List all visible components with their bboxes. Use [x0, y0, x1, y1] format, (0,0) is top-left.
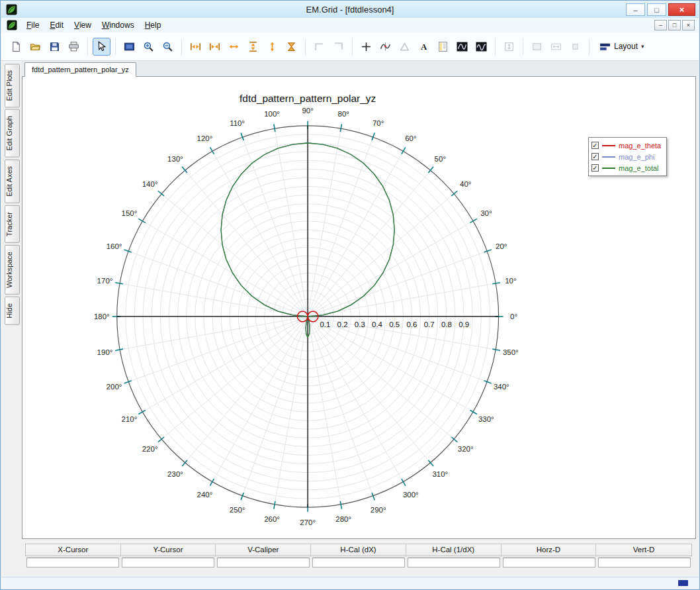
- expand-width-icon: [228, 41, 240, 52]
- zoom-in-button[interactable]: [140, 38, 157, 56]
- svg-text:190°: 190°: [97, 348, 113, 356]
- menu-bar: FileEditViewWindowsHelp – □ ×: [1, 18, 699, 32]
- mdi-close-icon: ×: [687, 22, 690, 28]
- layout-label: Layout: [614, 42, 638, 51]
- toolbar-separator: [305, 38, 306, 55]
- text-label-icon: A: [418, 41, 429, 52]
- legend-checkbox-mag-e-total[interactable]: ✓: [591, 164, 599, 172]
- h-caliper-icon: [550, 41, 562, 52]
- svg-text:0.1: 0.1: [320, 320, 330, 328]
- tab-fdtd-pattern-pattern-polar-yz[interactable]: fdtd_pattern_pattern_polar_yz: [24, 62, 136, 77]
- fit-all-button[interactable]: [283, 38, 300, 56]
- window-controls: – □ ×: [626, 3, 695, 16]
- readout-cell-h-cal-dx-: [312, 558, 405, 567]
- readout-header-horz-d: Horz-D: [502, 544, 597, 556]
- corner-left-button: [310, 38, 328, 56]
- sidebar-tab-workspace[interactable]: Workspace: [5, 245, 20, 295]
- sidebar-tab-edit-axes[interactable]: Edit Axes: [5, 160, 20, 203]
- fit-vertical-icon: [503, 41, 515, 52]
- sidebar-tab-edit-plots[interactable]: Edit Plots: [5, 64, 20, 107]
- expand-height-button[interactable]: [263, 38, 281, 56]
- sidebar-tab-edit-graph[interactable]: Edit Graph: [5, 109, 20, 158]
- svg-text:320°: 320°: [458, 445, 474, 453]
- menu-windows[interactable]: Windows: [97, 19, 140, 32]
- svg-text:90°: 90°: [302, 107, 313, 115]
- legend: ✓mag_e_theta✓mag_e_phi✓mag_e_total: [588, 137, 667, 176]
- colormap-2-button[interactable]: [472, 38, 490, 56]
- corner-right-icon: [333, 41, 344, 52]
- trace-picker-button[interactable]: [376, 38, 394, 56]
- svg-text:120°: 120°: [197, 134, 213, 142]
- h-caliper-button: [547, 38, 565, 56]
- zoom-in-icon: [143, 41, 154, 52]
- status-bar: [1, 577, 699, 589]
- menu-view[interactable]: View: [69, 19, 97, 32]
- readout-header-v-caliper: V-Caliper: [216, 544, 311, 556]
- svg-text:0.6: 0.6: [406, 320, 417, 328]
- svg-text:0.8: 0.8: [441, 320, 452, 328]
- app-window: EM.Grid - [fdtdlesson4] – □ × FileEditVi…: [0, 0, 700, 590]
- compress-width-button[interactable]: [206, 38, 224, 56]
- svg-text:140°: 140°: [142, 180, 158, 188]
- menu-help[interactable]: Help: [140, 19, 167, 32]
- svg-text:350°: 350°: [503, 348, 519, 356]
- crosshair-button[interactable]: [357, 38, 375, 56]
- mdi-close-button[interactable]: ×: [682, 20, 695, 30]
- readout-cell-vert-d: [598, 558, 691, 567]
- new-file-button[interactable]: [7, 38, 25, 56]
- svg-text:60°: 60°: [405, 134, 416, 142]
- region-box-icon: [531, 41, 543, 52]
- mdi-minimize-button[interactable]: –: [654, 20, 667, 30]
- mdi-restore-button[interactable]: □: [668, 20, 681, 30]
- triangle-marker-button: [396, 38, 414, 56]
- svg-text:250°: 250°: [230, 506, 245, 514]
- save-file-button[interactable]: [46, 38, 64, 56]
- fit-height-button[interactable]: [244, 38, 262, 56]
- svg-text:0.3: 0.3: [355, 320, 365, 328]
- fit-width-button[interactable]: [187, 38, 204, 56]
- legend-checkbox-mag-e-phi[interactable]: ✓: [591, 153, 599, 160]
- readout-cell-h-cal-1-dx-: [408, 558, 500, 567]
- svg-text:A: A: [421, 42, 427, 52]
- colormap-1-button[interactable]: [453, 38, 471, 56]
- svg-text:fdtd_pattern_pattern_polar_yz: fdtd_pattern_pattern_polar_yz: [240, 93, 376, 104]
- fit-vertical-button: [500, 38, 518, 56]
- readout-header-vert-d: Vert-D: [596, 544, 691, 556]
- expand-height-icon: [267, 41, 278, 52]
- select-cursor-button[interactable]: [93, 38, 110, 56]
- notes-button[interactable]: [434, 38, 452, 56]
- text-label-button[interactable]: A: [415, 38, 433, 56]
- legend-checkbox-mag-e-theta[interactable]: ✓: [591, 142, 599, 149]
- close-button[interactable]: ×: [668, 3, 695, 16]
- maximize-button[interactable]: □: [647, 3, 666, 16]
- cursor-readout: X-CursorY-CursorV-CaliperH-Cal (dX)H-Cal…: [25, 544, 692, 568]
- svg-text:280°: 280°: [335, 515, 351, 523]
- svg-text:150°: 150°: [122, 209, 138, 217]
- toolbar-separator: [352, 38, 353, 55]
- open-file-icon: [30, 41, 41, 52]
- zoom-window-button[interactable]: [120, 38, 138, 56]
- readout-header-y-cursor: Y-Cursor: [121, 544, 216, 556]
- open-file-button[interactable]: [26, 38, 44, 56]
- toolbar: ALayout▾: [1, 32, 699, 61]
- titlebar[interactable]: EM.Grid - [fdtdlesson4] – □ ×: [1, 1, 699, 18]
- sidebar-tab-hide[interactable]: Hide: [5, 297, 20, 325]
- readout-header-x-cursor: X-Cursor: [26, 544, 121, 556]
- minimize-button[interactable]: –: [626, 3, 645, 16]
- close-icon: ×: [679, 5, 685, 15]
- layout-button[interactable]: Layout▾: [594, 38, 650, 56]
- small-box-icon: [570, 41, 581, 52]
- zoom-out-button[interactable]: [159, 38, 177, 56]
- svg-text:40°: 40°: [460, 180, 471, 188]
- plot-area[interactable]: 0.10.20.30.40.50.60.70.80.90°10°20°30°40…: [22, 76, 696, 539]
- mdi-minimize-icon: –: [659, 22, 662, 28]
- expand-width-button[interactable]: [225, 38, 243, 56]
- legend-row-mag-e-theta: ✓mag_e_theta: [591, 140, 664, 151]
- menu-file[interactable]: File: [21, 19, 44, 32]
- sidebar-tab-tracker[interactable]: Tracker: [5, 205, 20, 243]
- svg-text:270°: 270°: [300, 518, 316, 526]
- print-button[interactable]: [65, 38, 83, 56]
- svg-text:0.4: 0.4: [372, 320, 383, 328]
- svg-text:0.9: 0.9: [459, 320, 469, 328]
- menu-edit[interactable]: Edit: [44, 19, 69, 32]
